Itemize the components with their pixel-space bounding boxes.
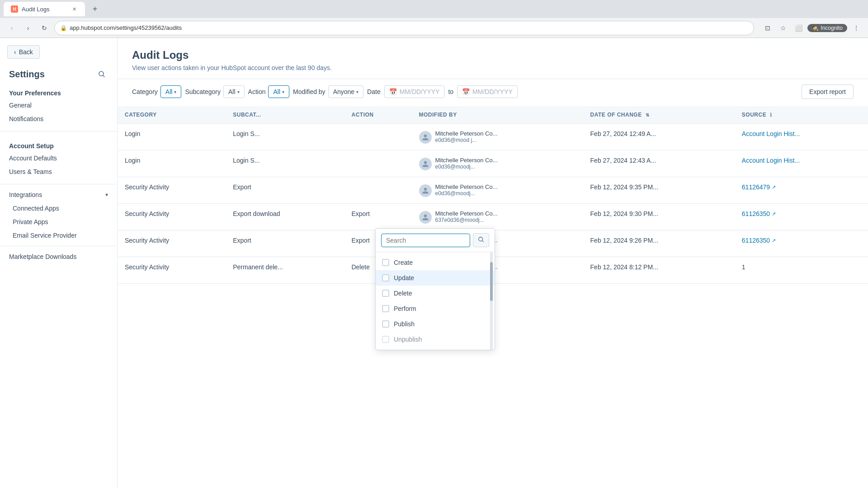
sidebar-item-marketplace-downloads[interactable]: Marketplace Downloads	[0, 250, 117, 263]
row-1-source: Account Login Hist...	[735, 150, 868, 177]
sidebar-item-notifications-label: Notifications	[9, 115, 43, 122]
bookmark-icon[interactable]: ☆	[777, 22, 789, 34]
category-dropdown[interactable]: All ▾	[160, 85, 182, 98]
dropdown-item-perform[interactable]: Perform	[376, 301, 495, 316]
checkbox-delete[interactable]	[382, 290, 389, 297]
dropdown-item-unpublish[interactable]: Unpublish	[376, 332, 495, 347]
browser-window: H Audit Logs ✕ + ‹ › ↻ 🔒 app.hubspot.com…	[0, 0, 868, 488]
user-email: 637e0d36@moodj...	[435, 217, 498, 223]
source-link[interactable]: 61126350 ↗	[742, 210, 861, 217]
browser-tab-audit-logs[interactable]: H Audit Logs ✕	[4, 2, 85, 16]
sidebar-item-email-service-provider[interactable]: Email Service Provider	[0, 229, 117, 242]
sidebar-group-integrations-header[interactable]: Integrations ▾	[0, 188, 117, 202]
sidebar-item-general[interactable]: General	[0, 99, 117, 112]
date-sort-icon: ⇅	[646, 113, 650, 117]
sidebar-item-private-apps[interactable]: Private Apps	[0, 215, 117, 229]
source-link[interactable]: 61126350 ↗	[742, 237, 861, 244]
dropdown-item-create[interactable]: Create	[376, 255, 495, 270]
row-0-source: Account Login Hist...	[735, 124, 868, 150]
source-link[interactable]: 61126479 ↗	[742, 183, 861, 191]
col-header-source: SOURCE ℹ	[735, 106, 868, 124]
row-1-category: Login	[118, 150, 226, 177]
subcategory-dropdown[interactable]: All ▾	[223, 85, 245, 98]
category-value: All	[165, 88, 173, 95]
page-title: Audit Logs	[132, 49, 854, 61]
category-filter-label: Category	[132, 88, 158, 95]
checkbox-unpublish[interactable]	[382, 336, 389, 343]
row-3-date: Feb 12, 2024 9:30 PM...	[583, 204, 735, 230]
sidebar-item-general-label: General	[9, 102, 32, 109]
sidebar-item-connected-apps[interactable]: Connected Apps	[0, 202, 117, 215]
split-view-icon[interactable]: ⬜	[792, 22, 805, 34]
sidebar-group-integrations-label: Integrations	[9, 191, 42, 198]
date-from-input[interactable]: 📅 MM/DD/YYYY	[384, 85, 445, 98]
checkbox-create[interactable]	[382, 259, 389, 266]
dropdown-item-publish[interactable]: Publish	[376, 316, 495, 332]
dropdown-item-create-label: Create	[394, 259, 413, 266]
col-header-category: CATEGORY	[118, 106, 226, 124]
checkbox-update[interactable]	[382, 274, 389, 282]
sidebar-item-account-defaults[interactable]: Account Defaults	[0, 151, 117, 165]
sidebar-section-preferences: Your Preferences General Notifications	[0, 82, 117, 127]
calendar-from-icon: 📅	[389, 88, 397, 95]
row-0-category: Login	[118, 124, 226, 150]
nav-refresh-button[interactable]: ↻	[38, 22, 51, 34]
back-arrow-icon: ‹	[14, 48, 16, 56]
row-1-date: Feb 27, 2024 12:43 A...	[583, 150, 735, 177]
source-link[interactable]: Account Login Hist...	[742, 157, 861, 164]
checkbox-perform[interactable]	[382, 305, 389, 312]
browser-menu-button[interactable]: ⋮	[850, 22, 863, 34]
address-bar[interactable]: 🔒 app.hubspot.com/settings/45239562/audi…	[54, 21, 754, 35]
export-report-button[interactable]: Export report	[802, 84, 854, 99]
dropdown-search-button[interactable]	[473, 233, 489, 247]
user-avatar	[419, 158, 432, 170]
back-button[interactable]: ‹ Back	[7, 45, 40, 59]
date-to-separator: to	[448, 88, 453, 95]
row-1-action	[344, 150, 411, 177]
subcategory-filter-label: Subcategory	[185, 88, 221, 95]
dropdown-item-delete[interactable]: Delete	[376, 286, 495, 301]
col-header-date-of-change[interactable]: DATE OF CHANGE ⇅	[583, 106, 735, 124]
row-2-action	[344, 177, 411, 204]
dropdown-search-container	[376, 229, 495, 252]
date-to-input[interactable]: 📅 MM/DD/YYYY	[457, 85, 518, 98]
cast-icon[interactable]: ⊡	[761, 22, 774, 34]
lock-icon: 🔒	[60, 25, 67, 31]
table-row: Login Login S... Mitchelle Peterson Co..…	[118, 150, 868, 177]
new-tab-button[interactable]: +	[89, 3, 101, 15]
user-avatar	[419, 211, 432, 224]
external-link-icon: ↗	[772, 184, 776, 190]
tab-close-button[interactable]: ✕	[71, 5, 78, 13]
sidebar-item-notifications[interactable]: Notifications	[0, 112, 117, 126]
subcategory-chevron-icon: ▾	[237, 89, 240, 94]
table-header: CATEGORY SUBCAT... ACTION MODIFIED BY	[118, 106, 868, 124]
modified-by-dropdown[interactable]: Anyone ▾	[328, 85, 363, 98]
nav-forward-button[interactable]: ›	[22, 22, 34, 34]
modified-by-value: Anyone	[333, 88, 354, 95]
dropdown-scrollbar	[490, 252, 493, 350]
sidebar-divider-1	[0, 131, 117, 131]
checkbox-publish[interactable]	[382, 320, 389, 328]
col-header-subcategory: SUBCAT...	[226, 106, 344, 124]
user-name: Mitchelle Peterson Co...	[435, 157, 498, 164]
dropdown-item-publish-label: Publish	[394, 320, 415, 328]
nav-back-button[interactable]: ‹	[5, 22, 18, 34]
sidebar: ‹ Back Settings Your Preferences General	[0, 38, 118, 488]
row-4-category: Security Activity	[118, 230, 226, 257]
source-link[interactable]: Account Login Hist...	[742, 130, 861, 137]
sidebar-section-preferences-header: Your Preferences	[0, 84, 117, 99]
row-3-action: Export	[344, 204, 411, 230]
action-filter-dropdown[interactable]: Create Update Delete	[375, 228, 495, 350]
row-4-date: Feb 12, 2024 9:26 PM...	[583, 230, 735, 257]
svg-line-1	[103, 75, 104, 77]
date-to-placeholder: MM/DD/YYYY	[472, 88, 513, 95]
action-dropdown-trigger[interactable]: All ▾	[268, 85, 289, 98]
dropdown-item-update[interactable]: Update	[376, 270, 495, 286]
sidebar-search-button[interactable]	[95, 68, 108, 80]
sidebar-item-users-teams[interactable]: Users & Teams	[0, 165, 117, 178]
dropdown-search-input[interactable]	[381, 234, 470, 247]
row-4-subcategory: Export	[226, 230, 344, 257]
filter-group-subcategory: Subcategory All ▾	[185, 85, 244, 98]
source-info-icon[interactable]: ℹ	[770, 112, 772, 117]
col-header-modified-by: MODIFIED BY	[412, 106, 583, 124]
